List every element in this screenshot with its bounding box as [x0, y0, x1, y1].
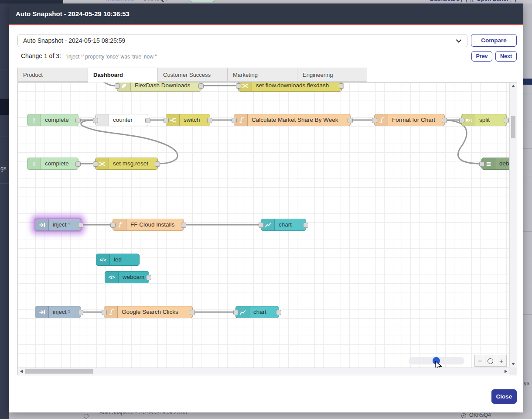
port[interactable] — [207, 118, 212, 123]
port[interactable] — [78, 310, 83, 315]
node-label: Calculate Market Share By Week — [248, 114, 343, 126]
node-format-for-chart[interactable]: f Format for Chart — [374, 114, 445, 126]
background-top-nav: Instances OKRsQ4 Dashboard || Open Edito… — [0, 0, 532, 3]
node-label: set flow.downloads.flexdash — [252, 82, 333, 91]
port[interactable] — [93, 118, 98, 123]
compare-button[interactable]: Compare — [471, 34, 517, 47]
sidebar-divider — [0, 137, 9, 137]
table-row-divider — [523, 176, 532, 176]
scroll-right-arrow[interactable] — [505, 370, 507, 373]
node-ff-cloud-installs[interactable]: f FF Cloud Installs — [113, 219, 184, 231]
port[interactable] — [155, 161, 160, 167]
node-label: webcam — [119, 271, 149, 283]
node-label: chart — [275, 219, 296, 230]
port[interactable] — [164, 118, 169, 123]
node-set-flow-downloads[interactable]: set flow.downloads.flexdash — [238, 82, 342, 92]
sidebar-divider — [0, 115, 9, 115]
port[interactable] — [146, 275, 151, 280]
exclamation-icon: ! — [27, 158, 41, 169]
port[interactable] — [479, 161, 484, 167]
node-chart-1[interactable]: chart — [261, 219, 306, 231]
port[interactable] — [145, 118, 150, 123]
node-webcam[interactable]: </> webcam — [105, 271, 149, 283]
port[interactable] — [276, 310, 281, 315]
port[interactable] — [75, 118, 81, 123]
node-inject-2[interactable]: inject ¹ — [35, 306, 81, 318]
change-counter-label: Change 1 of 3: — [21, 52, 61, 59]
node-set-msg-reset[interactable]: set msg.reset — [95, 158, 158, 170]
node-counter[interactable]: counter — [95, 114, 148, 126]
zoom-button-group: − + — [474, 355, 507, 367]
snapshot-select[interactable]: Auto Snapshot - 2024-05-15 08:25:59 — [17, 34, 467, 47]
port[interactable] — [504, 118, 509, 123]
node-label: complete — [41, 114, 73, 126]
node-label: FF Cloud Installs — [126, 219, 179, 230]
zoom-out-button[interactable]: − — [475, 355, 485, 366]
node-google-search-clicks[interactable]: f Google Search Clicks — [104, 306, 193, 318]
wire — [81, 120, 178, 164]
port[interactable] — [459, 118, 464, 123]
code-icon: </> — [96, 254, 110, 265]
horizontal-scrollbar[interactable] — [18, 367, 509, 375]
port[interactable] — [78, 223, 83, 228]
port[interactable] — [236, 83, 241, 89]
table-row-divider — [523, 148, 532, 149]
horizontal-scrollbar-thumb[interactable] — [25, 369, 93, 374]
node-calculate-market-share[interactable]: f Calculate Market Share By Week — [234, 114, 351, 126]
snapshot-select-value: Auto Snapshot - 2024-05-15 08:25:59 — [23, 37, 125, 44]
node-inject-1[interactable]: inject ¹ — [35, 219, 81, 231]
prev-change-button[interactable]: Prev — [471, 51, 492, 62]
port[interactable] — [259, 223, 264, 228]
tab-marketing[interactable]: Marketing — [228, 68, 297, 82]
scroll-left-arrow[interactable] — [20, 370, 23, 373]
tab-customer-success[interactable]: Customer Success — [158, 68, 228, 82]
wire — [445, 120, 481, 164]
dashboard-link[interactable]: Dashboard — [430, 0, 467, 2]
port[interactable] — [102, 310, 107, 315]
tab-product[interactable]: Product — [17, 68, 88, 82]
vertical-scrollbar[interactable] — [509, 82, 517, 367]
tab-dashboard[interactable]: Dashboard — [88, 68, 158, 82]
status-pill — [189, 0, 216, 2]
port[interactable] — [233, 310, 239, 315]
close-button[interactable]: Close — [491, 389, 517, 404]
sidebar-divider — [0, 183, 9, 184]
node-complete-1[interactable]: ! complete — [27, 114, 78, 126]
port[interactable] — [110, 223, 116, 228]
tab-engineering[interactable]: Engineering — [297, 68, 367, 82]
port[interactable] — [181, 223, 186, 228]
scroll-up-arrow[interactable] — [512, 85, 515, 87]
sidebar-item-label-fragment[interactable]: gs — [0, 165, 7, 172]
node-flexdash-downloads[interactable]: FlexDash Downloads — [117, 82, 201, 92]
zoom-in-button[interactable]: + — [496, 355, 506, 366]
port[interactable] — [348, 118, 353, 123]
node-split[interactable]: split — [461, 114, 507, 126]
flow-canvas[interactable]: FlexDash Downloads set flow.downloads.fl… — [18, 82, 509, 367]
node-debug[interactable]: debug — [481, 158, 509, 170]
port[interactable] — [442, 118, 447, 123]
port[interactable] — [232, 118, 237, 123]
port[interactable] — [75, 161, 81, 167]
zoom-reset-button[interactable] — [485, 355, 496, 366]
port[interactable] — [303, 223, 308, 228]
open-editor-link[interactable]: Open Editor — [477, 0, 516, 2]
table-row-divider — [523, 121, 532, 121]
scroll-down-arrow[interactable] — [512, 363, 515, 365]
port[interactable] — [372, 118, 377, 123]
external-link-icon — [461, 0, 467, 2]
node-switch[interactable]: switch — [166, 114, 210, 126]
node-label: counter — [109, 114, 137, 126]
port[interactable] — [93, 161, 98, 167]
nav-instances-link[interactable]: Instances — [106, 0, 134, 2]
node-led[interactable]: </> led — [96, 254, 140, 266]
port[interactable] — [115, 83, 120, 89]
background-sidebar: gs — [0, 3, 9, 419]
node-chart-2[interactable]: chart — [235, 306, 279, 318]
port[interactable] — [190, 310, 195, 315]
port[interactable] — [198, 83, 204, 89]
vertical-scrollbar-thumb[interactable] — [511, 116, 515, 138]
port[interactable] — [339, 83, 344, 89]
node-complete-2[interactable]: ! complete — [27, 158, 78, 170]
sidebar-active-item[interactable] — [0, 99, 9, 115]
next-change-button[interactable]: Next — [495, 51, 517, 62]
